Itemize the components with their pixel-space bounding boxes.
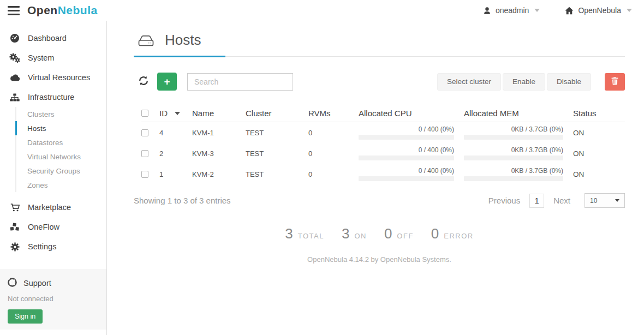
column-header-name[interactable]: Name (192, 109, 246, 118)
host-name: KVM-2 (192, 170, 246, 178)
sidebar-item-label: System (28, 53, 54, 62)
error-value: 0 (431, 225, 439, 242)
sitemap-icon (9, 93, 21, 101)
table-row[interactable]: 4 KVM-1 TEST 0 0 / 400 (0%) 0KB / 3.7GB … (141, 122, 625, 143)
sidebar-item-virtual-networks[interactable]: Virtual Networks (15, 149, 106, 164)
column-header-cpu[interactable]: Allocated CPU (359, 109, 464, 118)
column-header-status[interactable]: Status (573, 109, 625, 118)
sidebar-item-marketplace[interactable]: Marketplace (0, 198, 106, 217)
sidebar-item-label: OneFlow (28, 223, 59, 231)
enable-button[interactable]: Enable (503, 73, 545, 91)
delete-button[interactable] (605, 73, 625, 91)
sidebar-item-label: Datastores (27, 139, 63, 147)
off-label: OFF (397, 232, 414, 240)
support-status: Not connected (8, 295, 99, 303)
row-checkbox[interactable] (141, 150, 148, 157)
mem-usage-label: 0KB / 3.7GB (0%) (464, 125, 563, 133)
add-host-button[interactable]: + (157, 73, 177, 91)
next-page-link[interactable]: Next (553, 196, 570, 205)
page-header: Hosts (134, 32, 625, 57)
select-cluster-button[interactable]: Select cluster (437, 73, 501, 91)
sidebar-item-settings[interactable]: Settings (0, 237, 106, 256)
infrastructure-submenu: Clusters Hosts Datastores Virtual Networ… (15, 107, 106, 192)
sidebar-item-dashboard[interactable]: Dashboard (0, 28, 106, 48)
sidebar-item-virtual-resources[interactable]: Virtual Resources (0, 68, 106, 87)
dashboard-icon (9, 33, 21, 43)
sidebar-item-label: Virtual Resources (28, 73, 90, 82)
current-page-button[interactable]: 1 (529, 194, 544, 208)
sidebar-item-datastores[interactable]: Datastores (15, 135, 106, 149)
top-bar: OpenNebula oneadmin OpenNebula (0, 0, 644, 21)
main-content: Hosts + Select cluster Enable D (107, 21, 644, 335)
mem-usage-cell: 0KB / 3.7GB (0%) (464, 125, 573, 140)
support-panel: Support Not connected Sign in (0, 269, 106, 330)
sidebar-item-label: Hosts (27, 124, 46, 133)
previous-page-link[interactable]: Previous (488, 196, 520, 205)
sidebar-item-label: Marketplace (28, 203, 71, 212)
sidebar-item-label: Dashboard (28, 34, 67, 43)
trash-icon (611, 77, 618, 87)
disable-button[interactable]: Disable (547, 73, 591, 91)
total-value: 3 (285, 225, 293, 242)
table-row[interactable]: 2 KVM-3 TEST 0 0 / 400 (0%) 0KB / 3.7GB … (141, 143, 625, 164)
host-cluster: TEST (246, 170, 308, 178)
host-name: KVM-1 (192, 129, 246, 137)
refresh-button[interactable] (138, 75, 149, 88)
column-header-cluster[interactable]: Cluster (246, 109, 308, 118)
menu-toggle-icon[interactable] (8, 6, 20, 15)
host-name: KVM-3 (192, 149, 246, 158)
user-menu[interactable]: oneadmin (483, 6, 540, 15)
logo-text-nebula: Nebula (58, 4, 98, 17)
support-header[interactable]: Support (8, 278, 99, 289)
zone-menu[interactable]: OpenNebula (565, 6, 632, 15)
mem-usage-label: 0KB / 3.7GB (0%) (464, 146, 563, 154)
sign-in-button[interactable]: Sign in (8, 309, 43, 324)
sidebar-item-zones[interactable]: Zones (15, 178, 106, 192)
sidebar-item-infrastructure[interactable]: Infrastructure (0, 87, 106, 107)
shopping-cart-icon (9, 204, 21, 212)
sidebar-item-security-groups[interactable]: Security Groups (15, 164, 106, 178)
column-header-id[interactable]: ID (159, 109, 192, 118)
host-cluster: TEST (246, 129, 308, 137)
sidebar-item-label: Virtual Networks (27, 153, 81, 161)
search-input[interactable] (187, 73, 293, 91)
total-label: TOTAL (298, 232, 324, 240)
mem-usage-cell: 0KB / 3.7GB (0%) (464, 146, 573, 160)
cpu-usage-bar (359, 135, 454, 140)
sidebar-item-label: Infrastructure (28, 93, 74, 101)
mem-usage-label: 0KB / 3.7GB (0%) (464, 167, 563, 175)
cloud-icon (9, 74, 21, 81)
select-all-checkbox[interactable] (141, 110, 148, 117)
host-id: 4 (159, 129, 192, 137)
sidebar-item-label: Zones (27, 181, 48, 189)
on-count: 3 ON (342, 225, 367, 242)
row-checkbox[interactable] (141, 171, 148, 178)
row-checkbox[interactable] (141, 129, 148, 136)
page-size-select[interactable]: 10 (585, 193, 625, 208)
total-count: 3 TOTAL (285, 225, 324, 242)
sidebar-item-label: Settings (28, 242, 56, 251)
mem-usage-cell: 0KB / 3.7GB (0%) (464, 167, 573, 181)
column-header-rvms[interactable]: RVMs (308, 109, 359, 118)
off-value: 0 (384, 225, 392, 242)
host-id: 2 (159, 149, 192, 158)
user-menu-label: oneadmin (496, 6, 529, 15)
active-tab-indicator (134, 56, 225, 57)
mem-usage-bar (464, 155, 563, 160)
cpu-usage-label: 0 / 400 (0%) (359, 167, 454, 175)
sidebar-item-system[interactable]: System (0, 48, 106, 68)
host-rvms: 0 (308, 129, 359, 137)
gears-icon (9, 53, 21, 63)
column-header-mem[interactable]: Allocated MEM (464, 109, 573, 118)
sidebar-item-oneflow[interactable]: OneFlow (0, 217, 106, 237)
column-header-label: ID (159, 109, 168, 118)
cpu-usage-cell: 0 / 400 (0%) (359, 167, 464, 181)
hdd-icon (138, 34, 154, 47)
sidebar-item-clusters[interactable]: Clusters (15, 107, 106, 121)
sidebar-item-label: Security Groups (27, 167, 80, 175)
pagination: Previous 1 Next 10 (488, 193, 625, 208)
table-row[interactable]: 1 KVM-2 TEST 0 0 / 400 (0%) 0KB / 3.7GB … (141, 164, 625, 184)
sidebar-item-hosts[interactable]: Hosts (15, 121, 106, 135)
cpu-usage-label: 0 / 400 (0%) (359, 125, 454, 133)
table-header-row: ID Name Cluster RVMs Allocated CPU Alloc… (141, 105, 625, 122)
